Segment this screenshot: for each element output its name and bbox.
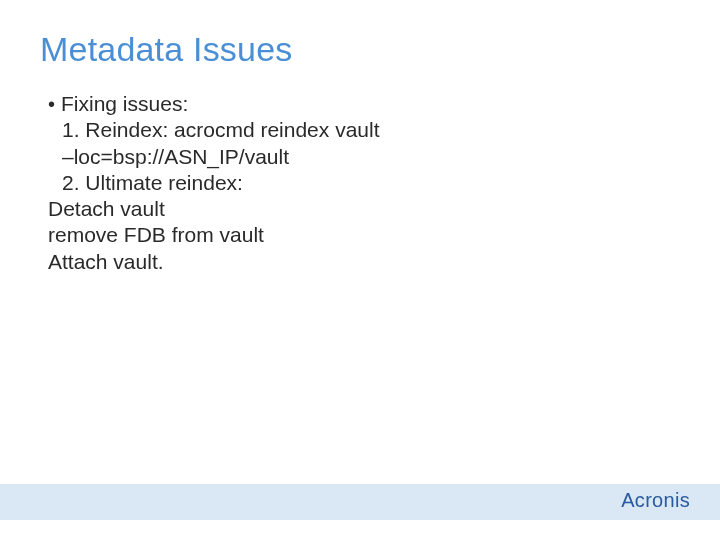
step-ultimate: 2. Ultimate reindex: — [48, 170, 680, 196]
brand-logo: Acronis — [621, 489, 690, 512]
footer-band — [0, 484, 720, 520]
slide-title: Metadata Issues — [40, 30, 680, 69]
slide: Metadata Issues • Fixing issues: 1. Rein… — [0, 0, 720, 540]
step-reindex: 1. Reindex: acrocmd reindex vault — [48, 117, 680, 143]
bullet-item: • Fixing issues: — [48, 91, 680, 117]
step-remove: remove FDB from vault — [48, 222, 680, 248]
slide-body: • Fixing issues: 1. Reindex: acrocmd rei… — [40, 91, 680, 275]
bullet-dot-icon: • — [48, 91, 55, 117]
step-attach: Attach vault. — [48, 249, 680, 275]
step-loc: –loc=bsp://ASN_IP/vault — [48, 144, 680, 170]
step-detach: Detach vault — [48, 196, 680, 222]
bullet-lead-text: Fixing issues: — [61, 91, 188, 117]
